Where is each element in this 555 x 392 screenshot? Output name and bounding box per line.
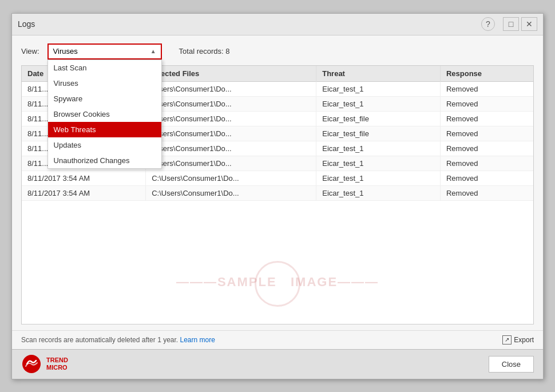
trend-micro-logo <box>21 354 42 374</box>
col-header-files: Infected Files <box>146 66 316 82</box>
main-window: Logs ? □ ✕ View: Viruses ▲ Last Scan Vir… <box>11 13 544 379</box>
dropdown-item-last-scan[interactable]: Last Scan <box>48 60 161 76</box>
cell-response: Removed <box>440 96 533 111</box>
cell-files: C:\Users\Consumer1\Do... <box>146 185 316 200</box>
brand-logo-area: TREND MICRO <box>21 354 68 374</box>
dropdown-item-browser-cookies[interactable]: Browser Cookies <box>48 106 161 122</box>
cell-threat: Eicar_test_1 <box>316 156 441 171</box>
cell-threat: Eicar_test_1 <box>316 141 441 156</box>
dropdown-item-unauthorized-changes[interactable]: Unauthorized Changes <box>48 153 161 168</box>
bottom-bar: TREND MICRO Close <box>12 349 543 379</box>
cell-threat: Eicar_test_1 <box>316 171 441 185</box>
toolbar: View: Viruses ▲ Last Scan Viruses Spywar… <box>21 43 534 60</box>
dropdown-selected-value: Viruses <box>53 47 78 56</box>
cell-files: \Users\Consumer1\Do... <box>146 141 316 156</box>
col-header-threat: Threat <box>316 66 441 82</box>
table-row: 8/11/2017 3:54 AM C:\Users\Consumer1\Do.… <box>22 185 533 200</box>
watermark: ———SAMPLE IMAGE——— <box>176 275 379 290</box>
cell-response: Removed <box>440 111 533 126</box>
cell-date: 8/11/2017 3:54 AM <box>22 171 146 185</box>
view-dropdown-wrapper: Viruses ▲ Last Scan Viruses Spyware Brow… <box>47 43 162 60</box>
dropdown-item-web-threats[interactable]: Web Threats <box>48 122 161 137</box>
watermark-circle <box>255 261 300 307</box>
cell-date: 8/11/2017 3:54 AM <box>22 185 146 200</box>
minimize-button[interactable]: □ <box>503 17 519 31</box>
dropdown-menu: Last Scan Viruses Spyware Browser Cookie… <box>47 60 162 169</box>
content-area: View: Viruses ▲ Last Scan Viruses Spywar… <box>12 35 543 330</box>
export-icon: ↗ <box>502 335 512 345</box>
cell-files: \Users\Consumer1\Do... <box>146 81 316 96</box>
cell-response: Removed <box>440 141 533 156</box>
close-window-button[interactable]: ✕ <box>521 17 537 31</box>
cell-response: Removed <box>440 171 533 185</box>
cell-threat: Eicar_test_1 <box>316 81 441 96</box>
total-records: Total records: 8 <box>179 47 230 56</box>
close-button[interactable]: Close <box>489 356 534 373</box>
cell-files: \Users\Consumer1\Do... <box>146 111 316 126</box>
cell-response: Removed <box>440 185 533 200</box>
learn-more-link[interactable]: Learn more <box>180 336 215 344</box>
help-button[interactable]: ? <box>481 17 495 31</box>
cell-threat: Eicar_test_1 <box>316 185 441 200</box>
cell-threat: Eicar_test_1 <box>316 96 441 111</box>
footer-notice: Scan records are automatically deleted a… <box>21 336 215 344</box>
dropdown-item-updates[interactable]: Updates <box>48 137 161 153</box>
cell-threat: Eicar_test_file <box>316 126 441 141</box>
cell-files: C:\Users\Consumer1\Do... <box>146 171 316 185</box>
cell-files: \Users\Consumer1\Do... <box>146 126 316 141</box>
table-row: 8/11/2017 3:54 AM C:\Users\Consumer1\Do.… <box>22 171 533 185</box>
dropdown-arrow-icon: ▲ <box>150 48 156 54</box>
cell-files: \Users\Consumer1\Do... <box>146 156 316 171</box>
cell-response: Removed <box>440 156 533 171</box>
title-bar: Logs ? □ ✕ <box>12 14 543 35</box>
title-bar-controls: ? □ ✕ <box>481 17 537 31</box>
brand-text: TREND MICRO <box>46 357 68 371</box>
col-header-response: Response <box>440 66 533 82</box>
cell-threat: Eicar_test_file <box>316 111 441 126</box>
footer-bar: Scan records are automatically deleted a… <box>12 330 543 349</box>
cell-files: \Users\Consumer1\Do... <box>146 96 316 111</box>
cell-response: Removed <box>440 81 533 96</box>
export-button[interactable]: ↗ Export <box>502 335 534 345</box>
view-dropdown[interactable]: Viruses ▲ <box>47 43 162 60</box>
view-label: View: <box>21 47 39 56</box>
dropdown-item-spyware[interactable]: Spyware <box>48 91 161 106</box>
dropdown-item-viruses[interactable]: Viruses <box>48 76 161 91</box>
cell-response: Removed <box>440 126 533 141</box>
window-title: Logs <box>18 19 35 29</box>
